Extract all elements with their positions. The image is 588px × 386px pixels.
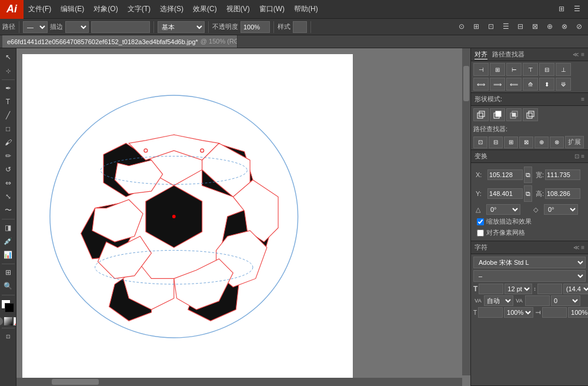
shape-panel-expand[interactable]: ≡ [581,96,584,102]
pf-minus-back[interactable]: ⊗ [550,137,564,148]
menu-select[interactable]: 选择(S) [155,0,188,18]
graph-tool[interactable]: 📊 [2,248,15,261]
zoom-tool[interactable]: 🔍 [2,279,15,292]
menu-icon-1[interactable]: ⊞ [555,2,568,15]
menu-edit[interactable]: 编辑(E) [56,0,89,18]
pf-merge[interactable]: ⊞ [504,137,518,148]
v-scrollthumb[interactable] [463,66,469,101]
h-scrollbar[interactable] [16,378,462,386]
scale-v-input[interactable] [542,307,567,318]
scale-h-select[interactable]: 100% [504,307,533,318]
align-top-btn[interactable]: ⊤ [523,63,538,76]
char-menu[interactable]: ≡ [581,244,584,251]
tb-icon-2[interactable]: ⊞ [470,20,483,33]
distribute-bottom[interactable]: ⟱ [556,78,571,91]
kerning-select[interactable]: 0 [551,295,580,306]
font-size-select[interactable]: 12 pt [505,284,532,294]
tb-icon-5[interactable]: ⊟ [514,20,527,33]
angle-select[interactable]: 0° [486,204,520,215]
type-tool[interactable]: T [2,95,15,108]
opacity-input[interactable] [240,21,270,33]
menu-window[interactable]: 窗口(W) [255,0,289,18]
distribute-center-h[interactable]: ⟹ [490,78,505,91]
scale-stroke-checkbox[interactable] [477,218,484,225]
font-size-input[interactable] [479,284,503,294]
menu-view[interactable]: 视图(V) [222,0,255,18]
pen-tool[interactable]: ✒ [2,82,15,95]
distribute-top[interactable]: ⟰ [523,78,538,91]
xy-chain-icon[interactable]: ⧉ [524,167,532,183]
minus-front-btn[interactable] [490,108,505,121]
pf-outline[interactable]: ⊕ [534,137,549,148]
menu-help[interactable]: 帮助(H) [289,0,323,18]
rotate-tool[interactable]: ↺ [2,163,15,176]
direct-selection-tool[interactable]: ⊹ [2,64,15,77]
scale-h-input[interactable] [478,307,503,318]
pencil-tool[interactable]: ✏ [2,149,15,162]
panel-menu[interactable]: ≡ [581,51,584,58]
leading-input[interactable] [537,284,562,294]
kerning-input[interactable] [525,295,550,306]
tb-icon-6[interactable]: ⊠ [529,20,542,33]
tab-pathfinder[interactable]: 路径查找器 [492,50,524,59]
tb-icon-4[interactable]: ☰ [499,20,512,33]
paintbrush-tool[interactable]: 🖌 [2,136,15,149]
menu-icon-2[interactable]: ☰ [570,2,583,15]
stroke-swatch2[interactable] [5,303,14,312]
panel-collapse[interactable]: ≪ [573,51,579,58]
unite-btn[interactable] [473,108,489,121]
eyedropper-tool[interactable]: 💉 [2,235,15,248]
reflect-tool[interactable]: ⇔ [2,177,15,189]
exclude-btn[interactable] [523,108,538,121]
align-center-h-btn[interactable]: ⊞ [490,63,505,76]
height-input[interactable] [545,188,580,199]
align-bottom-btn[interactable]: ⊥ [556,63,571,76]
tf-link-btn[interactable]: ⊡ [574,153,579,159]
tb-icon-7[interactable]: ⊕ [543,20,556,33]
h-scrollthumb[interactable] [52,379,99,385]
gradient-tool[interactable]: ◨ [2,221,15,234]
scale-v-select[interactable]: 100% [568,307,588,318]
font-family-select[interactable]: Adobe 宋体 Std L [473,257,586,268]
line-tool[interactable]: ╱ [2,109,15,122]
hw-chain-icon[interactable]: ⧉ [524,185,532,202]
width-input[interactable] [545,169,580,180]
pf-divide[interactable]: ⊡ [473,137,487,148]
align-center-v-btn[interactable]: ⊟ [539,63,554,76]
warp-tool[interactable]: 〜 [2,204,15,217]
align-pixel-checkbox[interactable] [477,229,484,237]
tb-icon-1[interactable]: ⊙ [455,20,468,33]
menu-file[interactable]: 文件(F) [24,0,56,18]
menu-type[interactable]: 文字(T) [123,0,155,18]
tb-icon-3[interactable]: ⊡ [485,20,497,33]
y-input[interactable] [487,188,523,199]
font-style-select[interactable]: – [473,270,586,282]
pf-trim[interactable]: ⊟ [489,137,503,148]
expand-btn[interactable]: 扩展 [565,136,584,148]
tf-menu[interactable]: ≡ [581,153,584,159]
canvas-area[interactable] [16,48,470,386]
align-right-btn[interactable]: ⊢ [506,63,522,76]
distribute-left[interactable]: ⟺ [473,78,489,91]
active-tab[interactable]: e66fd1441d12e0566470857602ef6152_t0182a3… [2,35,238,48]
stroke-width-select[interactable]: —1pt2pt [23,21,48,33]
menu-object[interactable]: 对象(O) [89,0,122,18]
distribute-right[interactable]: ⟸ [506,78,522,91]
artboard-tool[interactable]: ⊞ [2,266,15,279]
tb-icon-9[interactable]: ⊘ [573,20,586,33]
distribute-center-v[interactable]: ⬍ [539,78,554,91]
screen-mode-btn[interactable]: ⊡ [2,330,15,343]
tb-icon-8[interactable]: ⊗ [558,20,571,33]
pf-crop[interactable]: ⊠ [519,137,533,148]
stroke-color-select[interactable] [65,21,89,33]
color-btn[interactable] [0,317,3,325]
selection-tool[interactable]: ↖ [2,51,15,64]
gradient-btn[interactable] [4,317,12,325]
rect-tool[interactable]: □ [2,122,15,135]
v-scrollbar[interactable] [462,48,470,375]
shear-select[interactable]: 0° [544,204,578,215]
scale-tool[interactable]: ⤡ [2,190,15,203]
char-collapse[interactable]: ≪ [573,244,579,251]
line-style-select[interactable]: 基本 [158,21,205,33]
align-left-btn[interactable]: ⊣ [473,63,489,76]
